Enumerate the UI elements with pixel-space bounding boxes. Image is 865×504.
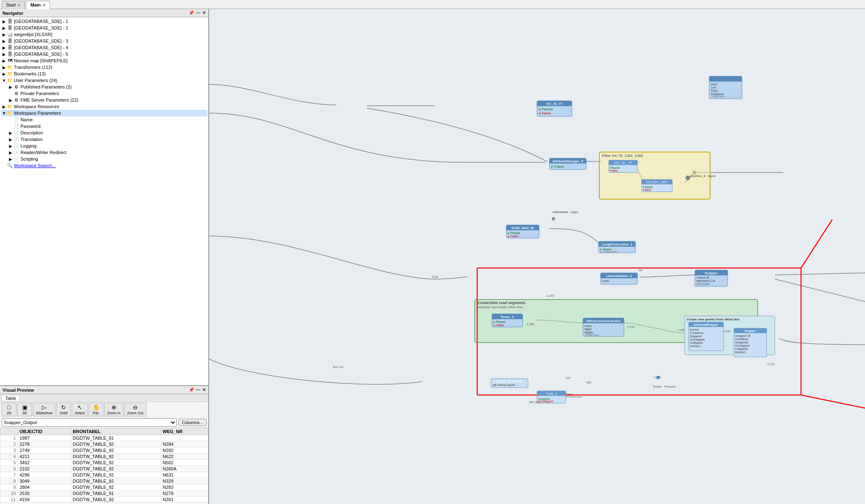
preview-layer-select[interactable]: Snapper_Output: [2, 418, 177, 427]
tree-arrow-geo2[interactable]: ▶: [2, 26, 7, 30]
tree-item-transformers[interactable]: ▶📁Transformers (112): [1, 64, 207, 70]
tree-arrow-geo4[interactable]: ▶: [2, 45, 7, 50]
svg-text:Filter OC 76_1301_1302: Filter OC 76_1301_1302: [602, 154, 643, 158]
cell-objectid: 1987: [18, 435, 71, 441]
tree-arrow-translation[interactable]: ▶: [8, 137, 13, 142]
table-row[interactable]: 11 4159 DGDTW_TABLE_92 N261: [0, 497, 208, 503]
table-row[interactable]: 12 4019 DGDTW_TABLE_92 N277: [0, 503, 208, 504]
tree-arrow-wegenlijst[interactable]: ▶: [2, 32, 7, 37]
canvas-panel[interactable]: Filter OC 76_1301_1302 Create100m road s…: [209, 9, 865, 504]
svg-point-89: [656, 376, 660, 379]
table-row[interactable]: 9 2804 DGDTW_TABLE_92 N283: [0, 484, 208, 490]
tree-arrow-workspace_res[interactable]: ▶: [2, 104, 7, 109]
table-row[interactable]: 7 4296 DGDTW_TABLE_92 N631: [0, 472, 208, 478]
btn-zoom-out[interactable]: ⊖Zoom Out: [124, 403, 146, 416]
svg-text:OCNI_ANO_92: OCNI_ANO_92: [511, 226, 534, 230]
item-icon: 📄: [13, 123, 20, 129]
tree-item-reader_writer[interactable]: ▶📄Reader/Writer Redirect: [1, 149, 207, 156]
tree-item-description[interactable]: ▶📄Description: [1, 129, 207, 136]
table-row[interactable]: 1 1987 DGDTW_TABLE_91: [0, 435, 208, 441]
tree-arrow-workspace_params[interactable]: ▼: [2, 111, 7, 116]
tree-label-workspace_search[interactable]: Workspace Search...: [14, 163, 56, 168]
navigator-pin-icon[interactable]: 📌: [189, 10, 194, 16]
table-row[interactable]: 6 2102 DGDTW_TABLE_92 N260A: [0, 466, 208, 472]
btn-zoom-in[interactable]: ⊕Zoom In: [104, 403, 123, 416]
tree-arrow-bookmarks[interactable]: ▶: [2, 72, 7, 76]
tree-item-private_params[interactable]: ⚙Private Parameters: [1, 90, 207, 97]
tree-label-name: Name:: [20, 117, 34, 122]
tree-item-translation[interactable]: ▶📄Translation: [1, 136, 207, 143]
cell-wegnr: N282: [161, 447, 208, 454]
row-num: 12: [0, 503, 18, 504]
visual-preview-close-icon[interactable]: ✕: [202, 387, 206, 393]
tree-item-bookmarks[interactable]: ▶📁Bookmarks (13): [1, 70, 207, 77]
svg-text:6 385: 6 385: [527, 323, 534, 326]
table-row[interactable]: 5 3452 DGDTW_TABLE_92 N502: [0, 460, 208, 466]
tree-item-workspace_params[interactable]: ▼📁Workspace Parameters: [1, 110, 207, 116]
btn-orbit[interactable]: ↻Orbit: [56, 403, 71, 416]
tree-item-geo5[interactable]: ▶🗄 [GEODATABASE_SDE] - 5: [1, 51, 207, 57]
cell-wegnr: N283: [161, 484, 208, 490]
tree-item-logging[interactable]: ▶📄Logging: [1, 143, 207, 149]
tree-item-nieuwe_map[interactable]: ▶🗺Nieuwe map [SHAPEFILE]: [1, 57, 207, 64]
btn-3d[interactable]: ▣3D: [17, 403, 32, 416]
tree-arrow-reader_writer[interactable]: ▶: [8, 150, 13, 155]
svg-text:Output 59: Output 59: [697, 276, 709, 279]
tree-item-user_params[interactable]: ▼📁User Parameters (24): [1, 77, 207, 84]
tree-item-published_params[interactable]: ▶⚙Published Parameters (2): [1, 84, 207, 90]
tree-item-scripting[interactable]: ▶📄Scripting: [1, 156, 207, 162]
tab-main-close[interactable]: ✕: [42, 3, 46, 7]
tree-arrow-geo3[interactable]: ▶: [2, 39, 7, 43]
visual-preview-pin-icon[interactable]: 📌: [189, 387, 194, 393]
tree-item-workspace_res[interactable]: ▶📁Workspace Resources: [1, 103, 207, 110]
preview-tab-table[interactable]: Table: [2, 395, 20, 402]
tree-arrow-user_params[interactable]: ▼: [2, 78, 7, 83]
cell-objectid: 2278: [18, 441, 71, 447]
tab-start[interactable]: Start ✕: [2, 1, 25, 9]
btn-pan[interactable]: ✋Pan: [89, 403, 103, 416]
cell-objectid: 4159: [18, 497, 71, 503]
tab-main[interactable]: Main ✕: [26, 1, 50, 9]
visual-preview-minimize-icon[interactable]: —: [196, 387, 200, 393]
search-icon: 🔍: [7, 163, 13, 168]
svg-text:Collapsed: Collapsed: [735, 347, 748, 351]
tree-item-workspace_search[interactable]: 🔍Workspace Search...: [1, 162, 207, 169]
tree-item-password[interactable]: 📄Password:: [1, 123, 207, 129]
row-num: 9: [0, 484, 18, 490]
tree-item-name[interactable]: 📄Name:: [1, 116, 207, 123]
table-row[interactable]: 3 2749 DGDTW_TABLE_92 N282: [0, 447, 208, 454]
tree-arrow-nieuwe_map[interactable]: ▶: [2, 59, 7, 63]
btn-select[interactable]: ↖Select: [72, 403, 88, 416]
table-row[interactable]: 8 3049 DGDTW_TABLE_92 N329: [0, 478, 208, 484]
table-row[interactable]: 10 2530 DGDTW_TABLE_91 N279: [0, 490, 208, 497]
tree-label-geo5: [GEODATABASE_SDE] - 5: [14, 52, 68, 57]
tree-item-geo2[interactable]: ▶🗄 [GEODATABASE_SDE] - 2: [1, 25, 207, 31]
btn-slideshow[interactable]: ▷Slideshow: [33, 403, 55, 416]
tree-arrow-fme_server[interactable]: ▶: [8, 98, 13, 102]
columns-button[interactable]: Columns...: [178, 419, 207, 426]
tree-item-geo4[interactable]: ▶🗄 [GEODATABASE_SDE] - 4: [1, 44, 207, 51]
tree-arrow-transformers[interactable]: ▶: [2, 65, 7, 70]
tree-item-fme_server[interactable]: ▶⚙FME Server Parameters (22): [1, 97, 207, 103]
tree-arrow-geo1[interactable]: ▶: [2, 19, 7, 24]
tree-item-geo1[interactable]: ▶🗄 [GEODATABASE_SDE] - 1: [1, 18, 207, 25]
tab-start-close[interactable]: ✕: [17, 3, 20, 7]
svg-text:405: 405: [586, 381, 591, 384]
tree-arrow-published_params[interactable]: ▶: [8, 85, 13, 89]
btn-2d[interactable]: □2D: [2, 403, 16, 416]
navigator-minimize-icon[interactable]: —: [196, 10, 200, 16]
tree-arrow-description[interactable]: ▶: [8, 131, 13, 135]
tree-item-wegenlijst[interactable]: ▶📊wegenlijst [XLSXR]: [1, 31, 207, 38]
tree-item-geo3[interactable]: ▶🗄 [GEODATABASE_SDE] - 3: [1, 38, 207, 44]
tree-arrow-geo5[interactable]: ▶: [2, 52, 7, 57]
col-header-brontabel: BRONTABEL: [71, 428, 161, 435]
preview-table-container: OBJECTID BRONTABEL WEG_NR 1 1987 DGDTW_T…: [0, 428, 208, 504]
table-row[interactable]: 4 4211 DGDTW_TABLE_92 N622: [0, 454, 208, 460]
tree-arrow-logging[interactable]: ▶: [8, 144, 13, 148]
tree-arrow-scripting[interactable]: ▶: [8, 157, 13, 161]
svg-text:▸ Failed: ▸ Failed: [494, 324, 504, 327]
table-row[interactable]: 2 2278 DGDTW_TABLE_92 N284: [0, 441, 208, 447]
navigator-close-icon[interactable]: ✕: [202, 10, 206, 16]
cell-brontabel: DGDTW_TABLE_92: [71, 454, 161, 460]
svg-text:Unsnapped: Unsnapped: [735, 344, 750, 347]
